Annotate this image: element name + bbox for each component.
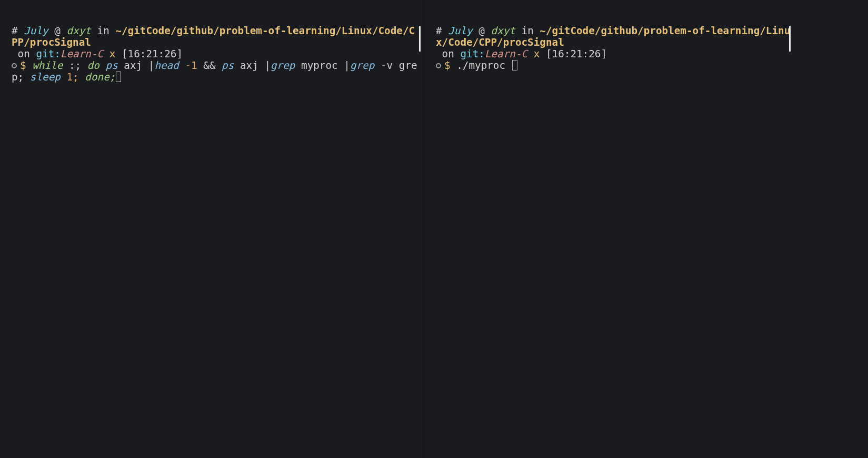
- cmd-pipe3: |: [344, 59, 350, 72]
- prompt-time: [16:21:26]: [546, 48, 607, 60]
- cmd-exec: ./myproc: [456, 59, 505, 72]
- cmd-ps1: ps: [106, 59, 118, 72]
- prompt-hash: #: [436, 25, 442, 37]
- prompt-in: in: [522, 25, 534, 37]
- prompt-git-label: git:: [460, 48, 484, 60]
- prompt-user: July: [448, 25, 472, 37]
- prompt-dirty: x: [534, 48, 540, 60]
- prompt-at: @: [478, 25, 485, 37]
- terminal-pane-left[interactable]: # July @ dxyt in ~/gitCode/github/proble…: [0, 0, 424, 458]
- cmd-colon: :;: [69, 59, 81, 72]
- prompt-branch: Learn-C: [61, 48, 103, 60]
- scrollbar[interactable]: [419, 26, 421, 52]
- cmd-dashv: -v: [381, 59, 393, 72]
- status-ring-icon: [12, 63, 17, 68]
- cmd-done: done;: [85, 71, 115, 83]
- prompt-at: @: [54, 25, 61, 37]
- prompt-dollar: $: [444, 59, 451, 72]
- cmd-head: head: [154, 59, 178, 72]
- prompt-time: [16:21:26]: [122, 48, 183, 60]
- scrollbar[interactable]: [789, 26, 791, 52]
- cursor-icon: [116, 72, 121, 82]
- prompt-hash: #: [12, 25, 18, 37]
- cmd-pipe2: |: [264, 59, 271, 72]
- cmd-while: while: [32, 59, 63, 72]
- cmd-grep1: grep: [271, 59, 295, 72]
- cmd-myproc: myproc: [301, 59, 338, 72]
- prompt-git-label: git:: [36, 48, 60, 60]
- cmd-axj1: axj: [124, 59, 142, 72]
- prompt-host: dxyt: [66, 25, 91, 37]
- status-ring-icon: [436, 63, 441, 68]
- cmd-grep2: grep: [350, 59, 374, 72]
- prompt-in: in: [97, 25, 109, 37]
- prompt-host: dxyt: [491, 25, 515, 37]
- prompt-dollar: $: [20, 59, 26, 72]
- cmd-neg1: -1: [185, 59, 197, 72]
- cmd-axj2: axj: [240, 59, 258, 72]
- prompt-path: ~/gitCode/github/problem-of-learning/Lin…: [436, 25, 790, 48]
- cursor-icon: [512, 60, 517, 70]
- prompt-user: July: [24, 25, 48, 37]
- prompt-branch: Learn-C: [485, 48, 527, 60]
- cmd-pipe1: |: [148, 59, 155, 72]
- cmd-sleep: sleep: [30, 71, 61, 83]
- cmd-amp: &&: [203, 59, 215, 72]
- cmd-one: 1;: [66, 71, 78, 83]
- prompt-on: on: [442, 48, 454, 60]
- cmd-do: do: [87, 59, 99, 72]
- cmd-ps2: ps: [222, 59, 234, 72]
- prompt-dirty: x: [109, 48, 116, 60]
- terminal-pane-right[interactable]: # July @ dxyt in ~/gitCode/github/proble…: [424, 0, 795, 458]
- prompt-on: on: [18, 48, 30, 60]
